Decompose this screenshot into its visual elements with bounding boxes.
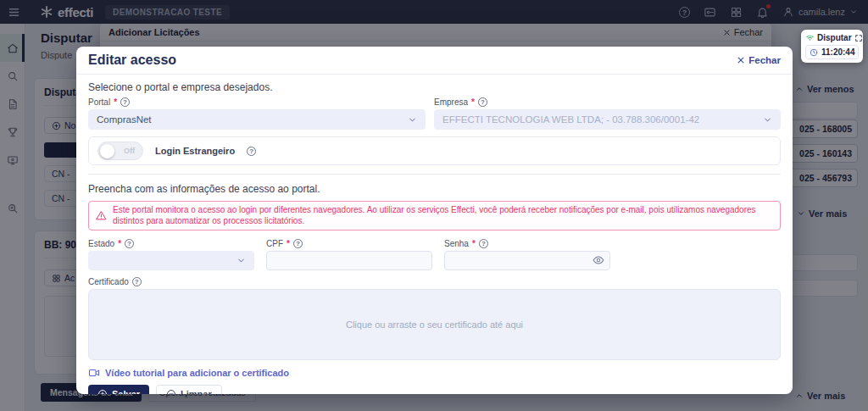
login-estrangeiro-box: Off Login Estrangeiro ? [88, 136, 781, 165]
clear-button-label: Limpar [181, 389, 212, 394]
dispute-timer: 11:20:44 [805, 45, 859, 59]
portal-label-text: Portal [88, 97, 110, 107]
chevron-down-icon [408, 115, 417, 125]
certificado-label-text: Certificado [88, 277, 129, 286]
certificado-label: Certificado ? [88, 277, 781, 286]
estado-label-text: Estado [88, 239, 114, 248]
dropzone-text: Clique ou arraste o seu certificado até … [346, 319, 523, 330]
empresa-select-value: EFFECTI TECNOLOGIA WEB LTDA; - 03.788.30… [442, 114, 699, 125]
chevron-down-icon [236, 256, 246, 265]
video-tutorial-link[interactable]: Vídeo tutorial para adicionar o certific… [88, 367, 781, 379]
required-mark: * [114, 97, 117, 107]
estado-select[interactable] [88, 251, 254, 270]
login-estrangeiro-label: Login Estrangeiro [155, 146, 235, 156]
portal-label: Portal* ? [88, 97, 426, 107]
wifi-icon [805, 33, 815, 42]
empresa-select[interactable]: EFFECTI TECNOLOGIA WEB LTDA; - 03.788.30… [434, 109, 781, 130]
section-divider [88, 174, 781, 175]
portal-select[interactable]: ComprasNet [88, 109, 426, 130]
dispute-timer-value: 11:20:44 [821, 47, 854, 57]
empresa-label-text: Empresa [434, 97, 468, 107]
modal-close-button[interactable]: Fechar [737, 55, 781, 65]
section-access-heading: Preencha com as informações de acesso ao… [88, 183, 781, 195]
cpf-label-text: CPF [266, 239, 283, 248]
modal-close-label: Fechar [748, 55, 781, 65]
required-mark: * [472, 239, 476, 248]
plus-circle-icon [97, 389, 108, 394]
eye-icon[interactable] [593, 254, 604, 266]
senha-label-text: Senha [444, 239, 469, 248]
portal-help-icon[interactable]: ? [120, 97, 130, 107]
dispute-widget: Disputar 11:20:44 [801, 30, 863, 63]
video-camera-icon [88, 367, 100, 379]
login-estrangeiro-toggle[interactable]: Off [97, 142, 143, 160]
dispute-widget-label: Disputar [817, 33, 852, 42]
warning-triangle-icon [96, 210, 107, 221]
senha-input[interactable] [444, 251, 610, 270]
toggle-knob [100, 144, 114, 158]
portal-warning-alert: Este portal monitora o acesso ao login p… [88, 201, 781, 230]
clear-button[interactable]: Limpar [156, 385, 222, 394]
video-tutorial-label: Vídeo tutorial para adicionar o certific… [105, 368, 289, 378]
minus-circle-icon [166, 389, 176, 394]
estado-help-icon[interactable]: ? [125, 239, 134, 248]
certificado-dropzone[interactable]: Clique ou arraste o seu certificado até … [88, 289, 781, 360]
expand-icon[interactable] [854, 34, 863, 42]
editar-acesso-modal: Editar acesso Fechar Selecione o portal … [76, 47, 793, 394]
app-root: effecti DEMONSTRACAO TESTE ? camila.lenz [0, 0, 868, 411]
required-mark: * [471, 97, 475, 107]
login-estrangeiro-help-icon[interactable]: ? [247, 147, 256, 156]
chevron-down-icon [763, 115, 772, 125]
section-portal-heading: Selecione o portal e empresa desejados. [88, 81, 781, 93]
dispute-widget-header[interactable]: Disputar [805, 33, 859, 42]
save-button-label: Salvar [112, 389, 140, 394]
modal-header: Editar acesso Fechar [76, 47, 793, 75]
senha-help-icon[interactable]: ? [479, 239, 488, 248]
required-mark: * [287, 239, 290, 248]
modal-body: Selecione o portal e empresa desejados. … [76, 75, 793, 394]
cpf-help-icon[interactable]: ? [293, 239, 303, 248]
toggle-state-text: Off [124, 147, 135, 155]
save-button[interactable]: Salvar [88, 385, 149, 394]
senha-label: Senha* ? [444, 239, 610, 248]
required-mark: * [118, 239, 121, 248]
close-icon [737, 56, 745, 64]
portal-select-value: ComprasNet [97, 114, 152, 125]
cpf-label: CPF* ? [266, 239, 432, 248]
estado-label: Estado* ? [88, 239, 254, 248]
empresa-help-icon[interactable]: ? [478, 97, 487, 107]
warning-text: Este portal monitora o acesso ao login p… [113, 205, 773, 226]
cpf-input[interactable] [266, 251, 432, 270]
clock-icon [810, 48, 818, 57]
modal-title: Editar acesso [88, 53, 176, 68]
empresa-label: Empresa* ? [434, 97, 781, 107]
certificado-help-icon[interactable]: ? [132, 277, 142, 286]
